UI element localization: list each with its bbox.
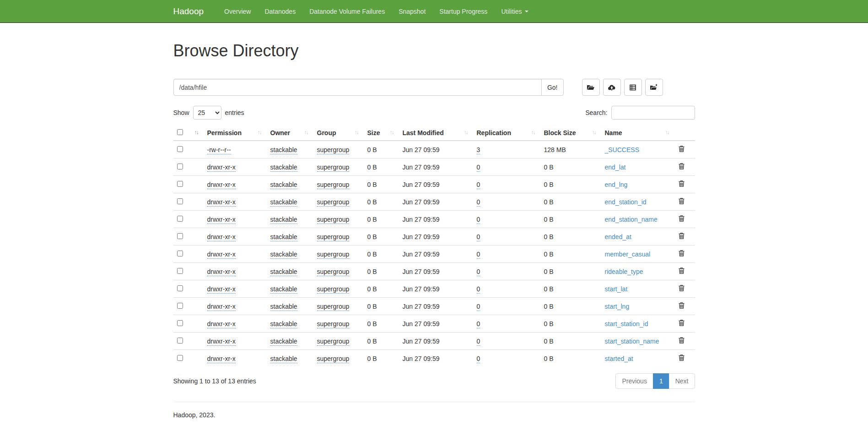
delete-file-button[interactable] (678, 163, 685, 171)
search-input[interactable] (611, 106, 695, 120)
file-name-link[interactable]: rideable_type (605, 268, 643, 275)
row-checkbox[interactable] (177, 146, 183, 152)
file-name-link[interactable]: end_lat (605, 164, 626, 171)
replication-value[interactable]: 0 (477, 303, 480, 311)
create-directory-button[interactable] (582, 79, 600, 96)
file-name-link[interactable]: _SUCCESS (605, 146, 639, 153)
delete-file-button[interactable] (678, 197, 685, 206)
nav-item-datanode-volume-failures[interactable]: Datanode Volume Failures (302, 0, 392, 23)
header-size[interactable]: Size (364, 126, 399, 141)
navbar-brand[interactable]: Hadoop (173, 0, 211, 23)
delete-file-button[interactable] (678, 302, 685, 311)
group-value[interactable]: supergroup (317, 233, 350, 241)
paste-move-button[interactable] (645, 79, 663, 96)
nav-item-datanodes[interactable]: Datanodes (258, 0, 302, 23)
header-owner[interactable]: Owner (267, 126, 313, 141)
file-name-link[interactable]: start_lng (605, 303, 630, 310)
group-value[interactable]: supergroup (317, 181, 350, 189)
permission-value[interactable]: drwxr-xr-x (207, 216, 236, 224)
delete-file-button[interactable] (678, 215, 685, 224)
permission-value[interactable]: drwxr-xr-x (207, 164, 236, 172)
row-checkbox[interactable] (177, 303, 183, 309)
row-checkbox[interactable] (177, 198, 183, 204)
delete-file-button[interactable] (678, 267, 685, 276)
file-name-link[interactable]: start_lat (605, 285, 628, 293)
group-value[interactable]: supergroup (317, 303, 350, 311)
nav-item-utilities[interactable]: Utilities (494, 0, 535, 23)
replication-value[interactable]: 0 (477, 164, 480, 172)
permission-value[interactable]: drwxr-xr-x (207, 320, 236, 328)
owner-value[interactable]: stackable (270, 285, 297, 294)
file-name-link[interactable]: end_station_id (605, 198, 647, 206)
replication-value[interactable]: 0 (477, 216, 480, 224)
group-value[interactable]: supergroup (317, 216, 350, 224)
group-value[interactable]: supergroup (317, 320, 350, 328)
file-name-link[interactable]: end_lng (605, 181, 628, 188)
replication-value[interactable]: 0 (477, 251, 480, 259)
row-checkbox[interactable] (177, 355, 183, 361)
owner-value[interactable]: stackable (270, 251, 297, 259)
select-all-checkbox[interactable] (177, 129, 183, 135)
file-name-link[interactable]: start_station_id (605, 320, 648, 327)
owner-value[interactable]: stackable (270, 198, 297, 207)
owner-value[interactable]: stackable (270, 146, 297, 154)
row-checkbox[interactable] (177, 320, 183, 326)
replication-value[interactable]: 0 (477, 198, 480, 207)
replication-value[interactable]: 3 (477, 146, 480, 154)
permission-value[interactable]: drwxr-xr-x (207, 355, 236, 363)
header-group[interactable]: Group (313, 126, 364, 141)
replication-value[interactable]: 0 (477, 181, 480, 189)
permission-value[interactable]: drwxr-xr-x (207, 303, 236, 311)
owner-value[interactable]: stackable (270, 216, 297, 224)
nav-item-snapshot[interactable]: Snapshot (392, 0, 432, 23)
header-replication[interactable]: Replication (473, 126, 540, 141)
group-value[interactable]: supergroup (317, 355, 350, 363)
row-checkbox[interactable] (177, 216, 183, 222)
row-checkbox[interactable] (177, 268, 183, 274)
row-checkbox[interactable] (177, 251, 183, 256)
select-all-header[interactable] (173, 126, 204, 141)
header-permission[interactable]: Permission (204, 126, 267, 141)
row-checkbox[interactable] (177, 181, 183, 187)
set-quota-button[interactable] (624, 79, 642, 96)
owner-value[interactable]: stackable (270, 303, 297, 311)
delete-file-button[interactable] (678, 232, 685, 241)
replication-value[interactable]: 0 (477, 320, 480, 328)
file-name-link[interactable]: ended_at (605, 233, 631, 240)
permission-value[interactable]: -rw-r--r-- (207, 146, 231, 154)
owner-value[interactable]: stackable (270, 338, 297, 346)
directory-path-input[interactable] (173, 79, 542, 96)
owner-value[interactable]: stackable (270, 355, 297, 363)
upload-files-button[interactable] (603, 79, 621, 96)
file-name-link[interactable]: start_station_name (605, 338, 659, 345)
owner-value[interactable]: stackable (270, 164, 297, 172)
header-name[interactable]: Name (601, 126, 674, 141)
group-value[interactable]: supergroup (317, 164, 350, 172)
row-checkbox[interactable] (177, 285, 183, 291)
go-button[interactable]: Go! (541, 79, 564, 96)
replication-value[interactable]: 0 (477, 338, 480, 346)
permission-value[interactable]: drwxr-xr-x (207, 338, 236, 346)
delete-file-button[interactable] (678, 354, 685, 363)
delete-file-button[interactable] (678, 145, 685, 154)
group-value[interactable]: supergroup (317, 268, 350, 276)
permission-value[interactable]: drwxr-xr-x (207, 285, 236, 294)
permission-value[interactable]: drwxr-xr-x (207, 198, 236, 207)
group-value[interactable]: supergroup (317, 285, 350, 294)
file-name-link[interactable]: end_station_name (605, 216, 658, 223)
group-value[interactable]: supergroup (317, 198, 350, 207)
owner-value[interactable]: stackable (270, 181, 297, 189)
owner-value[interactable]: stackable (270, 233, 297, 241)
replication-value[interactable]: 0 (477, 233, 480, 241)
delete-file-button[interactable] (678, 180, 685, 189)
owner-value[interactable]: stackable (270, 268, 297, 276)
delete-file-button[interactable] (678, 284, 685, 293)
file-name-link[interactable]: member_casual (605, 251, 651, 258)
header-last-modified[interactable]: Last Modified (399, 126, 473, 141)
delete-file-button[interactable] (678, 319, 685, 328)
permission-value[interactable]: drwxr-xr-x (207, 181, 236, 189)
row-checkbox[interactable] (177, 233, 183, 239)
file-name-link[interactable]: started_at (605, 355, 633, 362)
group-value[interactable]: supergroup (317, 251, 350, 259)
replication-value[interactable]: 0 (477, 268, 480, 276)
